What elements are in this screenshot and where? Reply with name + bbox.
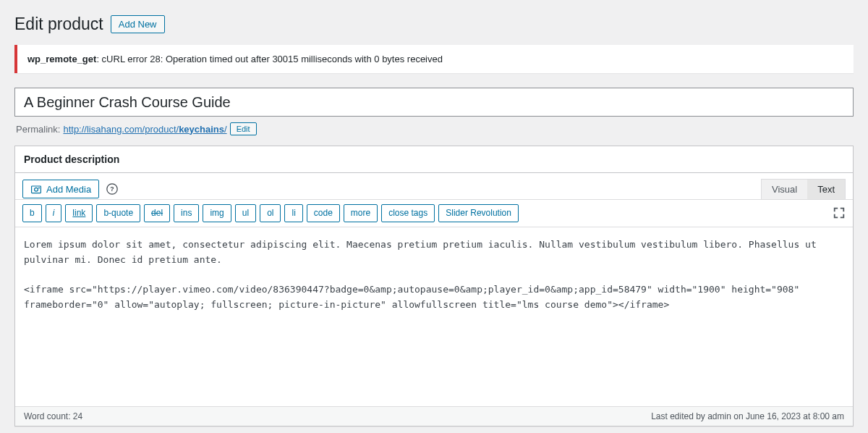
- svg-point-1: [35, 188, 38, 191]
- qt-ins-button[interactable]: ins: [174, 204, 199, 222]
- camera-icon: [30, 183, 42, 195]
- qt-bquote-button[interactable]: b-quote: [96, 204, 140, 222]
- qt-li-button[interactable]: li: [284, 204, 302, 222]
- qt-img-button[interactable]: img: [203, 204, 231, 222]
- help-icon[interactable]: ?: [106, 183, 118, 195]
- fullscreen-icon[interactable]: [833, 206, 846, 219]
- qt-link-button[interactable]: link: [65, 204, 93, 222]
- qt-close-button[interactable]: close tags: [381, 204, 435, 222]
- add-new-button[interactable]: Add New: [111, 15, 165, 33]
- qt-italic-button[interactable]: i: [46, 204, 62, 222]
- qt-del-button[interactable]: del: [144, 204, 170, 222]
- word-count: Word count: 24: [24, 411, 82, 421]
- product-title-input[interactable]: [14, 88, 854, 117]
- qt-bold-button[interactable]: b: [22, 204, 42, 222]
- error-prefix: wp_remote_get: [27, 54, 96, 64]
- qt-more-button[interactable]: more: [344, 204, 378, 222]
- svg-point-2: [39, 188, 40, 188]
- permalink-link[interactable]: http://lisahang.com/product/keychains/: [63, 124, 226, 135]
- qt-ul-button[interactable]: ul: [235, 204, 256, 222]
- permalink-edit-button[interactable]: Edit: [230, 122, 257, 135]
- last-edited: Last edited by admin on June 16, 2023 at…: [651, 411, 844, 421]
- permalink-label: Permalink:: [16, 124, 60, 135]
- permalink-row: Permalink: http://lisahang.com/product/k…: [16, 122, 852, 135]
- page-title: Edit product: [14, 14, 103, 34]
- error-notice: wp_remote_get: cURL error 28: Operation …: [14, 45, 854, 73]
- panel-title: Product description: [15, 146, 853, 173]
- qt-code-button[interactable]: code: [307, 204, 340, 222]
- qt-slider-button[interactable]: Slider Revolution: [438, 204, 519, 222]
- tab-visual[interactable]: Visual: [762, 180, 807, 199]
- qt-ol-button[interactable]: ol: [260, 204, 281, 222]
- editor-tabs: Visual Text: [761, 179, 846, 199]
- description-panel: Product description Add Media ? Visual T…: [14, 146, 854, 426]
- tab-text[interactable]: Text: [807, 180, 845, 199]
- error-message: : cURL error 28: Operation timed out aft…: [96, 54, 443, 64]
- add-media-label: Add Media: [46, 184, 91, 195]
- content-textarea[interactable]: [15, 227, 853, 404]
- add-media-button[interactable]: Add Media: [22, 180, 99, 198]
- svg-rect-0: [32, 186, 41, 193]
- svg-text:?: ?: [110, 185, 114, 193]
